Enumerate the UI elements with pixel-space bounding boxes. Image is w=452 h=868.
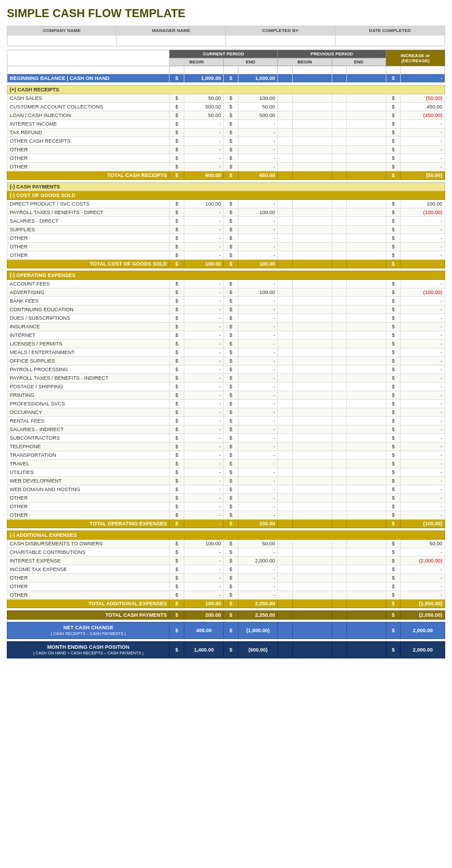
header-grid: COMPANY NAME MANAGER NAME COMPLETED BY D… — [7, 26, 445, 46]
completed-by-label: COMPLETED BY — [226, 26, 335, 35]
occupancy-row: OCCUPANCY $ - $ - $ - — [7, 408, 445, 417]
other-1-row: OTHER $ - $ - $ - — [7, 146, 445, 154]
bank-fees-row: BANK FEES $ - $ - $ - — [7, 297, 445, 306]
utilities-row: UTILITIES $ - $ - $ - — [7, 468, 445, 477]
rental-fees-row: RENTAL FEES $ - $ - $ - — [7, 417, 445, 425]
main-table: CURRENT PERIOD PREVIOUS PERIOD INCREASE … — [7, 50, 445, 658]
add-other3-row: OTHER $ - $ - $ - — [7, 591, 445, 600]
cogs-other2-row: OTHER $ - $ - $ - — [7, 243, 445, 251]
direct-product-row: DIRECT PRODUCT / SVC COSTS $ 100.00 $ - … — [7, 200, 445, 208]
supplies-row: SUPPLIES $ - $ - $ - — [7, 226, 445, 234]
account-fees-row: ACCOUNT FEES $ - $ - $ - — [7, 280, 445, 288]
curr-begin-header: BEGIN — [170, 58, 224, 66]
advertising-row: ADVERTISING $ - $ 100.00 $ (100.00) — [7, 288, 445, 297]
cash-receipts-label: (+) CASH RECEIPTS — [7, 86, 445, 94]
professional-svcs-row: PROFESSIONAL SVCS $ - $ - $ - — [7, 400, 445, 408]
prev-end-header: END — [332, 58, 386, 66]
manager-name-cell: MANAGER NAME — [117, 26, 227, 46]
subcontractors-row: SUBCONTRACTORS $ - $ - $ - — [7, 434, 445, 443]
add-other2-row: OTHER $ - $ - $ - — [7, 582, 445, 591]
cogs-other3-row: OTHER $ - $ - $ - — [7, 251, 445, 260]
postage-row: POSTAGE / SHIPPING $ - $ - $ - — [7, 383, 445, 391]
cogs-section-header: (-) COST OF GOODS SOLD — [7, 191, 445, 200]
begin-balance-inc-sym: $ — [386, 74, 401, 83]
company-name-label: COMPANY NAME — [7, 26, 116, 35]
cash-disbursements-row: CASH DISBURSEMENTS TO OWNERS $ 100.00 $ … — [7, 540, 445, 548]
cash-sales-name: CASH SALES — [7, 94, 170, 103]
licenses-row: LICENSES / PERMITS $ - $ - $ - — [7, 340, 445, 348]
other-cash-receipts-row: OTHER CASH RECEIPTS $ - $ - $ - — [7, 137, 445, 146]
web-dev-row: WEB DEVELOPMENT $ - $ - $ - — [7, 477, 445, 485]
date-completed-label: DATE COMPLETED — [336, 26, 445, 35]
beginning-balance-row: BEGINNING BALANCE | CASH ON HAND $ 1,000… — [7, 74, 445, 83]
salaries-direct-row: SALARIES - DIRECT $ - $ - $ - — [7, 217, 445, 226]
cogs-other1-row: OTHER $ - $ - $ - — [7, 234, 445, 243]
period-header-row: CURRENT PERIOD PREVIOUS PERIOD INCREASE … — [7, 50, 445, 58]
salaries-indirect-row: SALARIES - INDIRECT $ - $ - $ - — [7, 425, 445, 434]
transportation-row: TRANSPORTATION $ - $ - $ - — [7, 451, 445, 460]
meals-row: MEALS / ENTERTAINMENT $ - $ - $ - — [7, 348, 445, 357]
customer-collections-row: CUSTOMER ACCOUNT COLLECTIONS $ 500.00 $ … — [7, 103, 445, 111]
loan-injection-row: LOAN / CASH INJECTION $ 50.00 $ 500.00 $… — [7, 111, 445, 120]
begin-balance-label: BEGINNING BALANCE | CASH ON HAND — [7, 74, 170, 83]
total-operating-row: TOTAL OPERATING EXPENSES $ - $ 100.00 $ … — [7, 520, 445, 528]
internet-row: INTERNET $ - $ - $ - — [7, 331, 445, 340]
payroll-direct-row: PAYROLL TAXES / BENEFITS - DIRECT $ - $ … — [7, 208, 445, 217]
month-ending-sublabel: ( CASH ON HAND + CASH RECEIPTS – CASH PA… — [33, 651, 143, 655]
net-cash-sublabel: ( CASH RECEIPTS – CASH PAYMENTS ) — [51, 632, 126, 636]
continuing-ed-row: CONTINUING EDUCATION $ - $ - $ - — [7, 306, 445, 314]
office-supplies-row: OFFICE SUPPLIES $ - $ - $ - — [7, 357, 445, 365]
company-name-cell: COMPANY NAME — [7, 26, 117, 46]
current-period-header: CURRENT PERIOD — [170, 50, 278, 58]
total-additional-row: TOTAL ADDITIONAL EXPENSES $ 100.00 $ 2,0… — [7, 600, 445, 608]
previous-period-header: PREVIOUS PERIOD — [277, 50, 386, 58]
cash-sales-row: CASH SALES $ 50.00 $ 100.00 $ (50.00) — [7, 94, 445, 103]
completed-by-cell: COMPLETED BY — [226, 26, 336, 46]
op-other1-row: OTHER $ - $ - $ - — [7, 494, 445, 503]
date-completed-cell: DATE COMPLETED — [336, 26, 445, 46]
payroll-indirect-row: PAYROLL TAXES / BENEFITS - INDIRECT $ - … — [7, 374, 445, 383]
interest-expense-row: INTEREST EXPENSE $ - $ 2,000.00 $ (2,000… — [7, 557, 445, 565]
month-ending-label: MONTH ENDING CASH POSITION — [47, 644, 130, 650]
net-cash-label: NET CASH CHANGE — [63, 625, 114, 630]
company-name-value[interactable] — [7, 35, 116, 46]
telephone-row: TELEPHONE $ - $ - $ - — [7, 443, 445, 451]
insurance-row: INSURANCE $ - $ - $ - — [7, 323, 445, 331]
date-completed-value[interactable] — [336, 35, 445, 46]
prev-begin-header: BEGIN — [277, 58, 332, 66]
begin-balance-pb-sym: $ — [224, 74, 239, 83]
begin-balance-cb-val: 1,000.00 — [184, 74, 224, 83]
begin-balance-inc-val: - — [401, 74, 445, 83]
income-tax-row: INCOME TAX EXPENSE $ - $ - $ - — [7, 565, 445, 574]
begin-balance-pb-val: 1,000.00 — [239, 74, 278, 83]
dues-subscriptions-row: DUES / SUBSCRIPTIONS $ - $ - $ - — [7, 314, 445, 323]
curr-end-header: END — [224, 58, 278, 66]
interest-income-row: INTEREST INCOME $ - $ - $ - — [7, 120, 445, 128]
manager-name-label: MANAGER NAME — [117, 26, 226, 35]
charitable-row: CHARITABLE CONTRIBUTIONS $ - $ - $ - — [7, 548, 445, 557]
op-other2-row: OTHER $ - $ - $ - — [7, 503, 445, 511]
op-other3-row: OTHER $ - $ - $ - — [7, 511, 445, 520]
other-3-row: OTHER $ - $ - $ - — [7, 163, 445, 171]
additional-section-header: (-) ADDITIONAL EXPENSES — [7, 531, 445, 540]
cash-receipts-section-header: (+) CASH RECEIPTS — [7, 86, 445, 94]
completed-by-value[interactable] — [226, 35, 335, 46]
travel-row: TRAVEL $ - $ - $ - — [7, 460, 445, 468]
total-cash-receipts-row: TOTAL CASH RECEIPTS $ 600.00 $ 650.00 $ … — [7, 171, 445, 180]
increase-header: INCREASE or (DECREASE) — [386, 50, 445, 66]
total-cogs-row: TOTAL COST OF GOODS SOLD $ 100.00 $ 100.… — [7, 260, 445, 268]
month-ending-row: MONTH ENDING CASH POSITION ( CASH ON HAN… — [7, 642, 445, 658]
tax-refund-row: TAX REFUND $ - $ - $ - — [7, 128, 445, 137]
cash-payments-section-header: (-) CASH PAYMENTS — [7, 183, 445, 191]
printing-row: PRINTING $ - $ - $ - — [7, 391, 445, 400]
other-2-row: OTHER $ - $ - $ - — [7, 154, 445, 163]
net-cash-change-row: NET CASH CHANGE ( CASH RECEIPTS – CASH P… — [7, 622, 445, 639]
begin-balance-cb-sym: $ — [170, 74, 184, 83]
header-spacer — [7, 66, 445, 74]
manager-name-value[interactable] — [117, 35, 226, 46]
web-domain-row: WEB DOMAIN AND HOSTING $ - $ - $ - — [7, 485, 445, 494]
operating-section-header: (-) OPERATING EXPENSES — [7, 271, 445, 280]
page-title: SIMPLE CASH FLOW TEMPLATE — [7, 7, 445, 20]
add-other1-row: OTHER $ - $ - $ - — [7, 574, 445, 582]
total-cash-payments-row: TOTAL CASH PAYMENTS $ 200.00 $ 2,250.00 … — [7, 611, 445, 620]
